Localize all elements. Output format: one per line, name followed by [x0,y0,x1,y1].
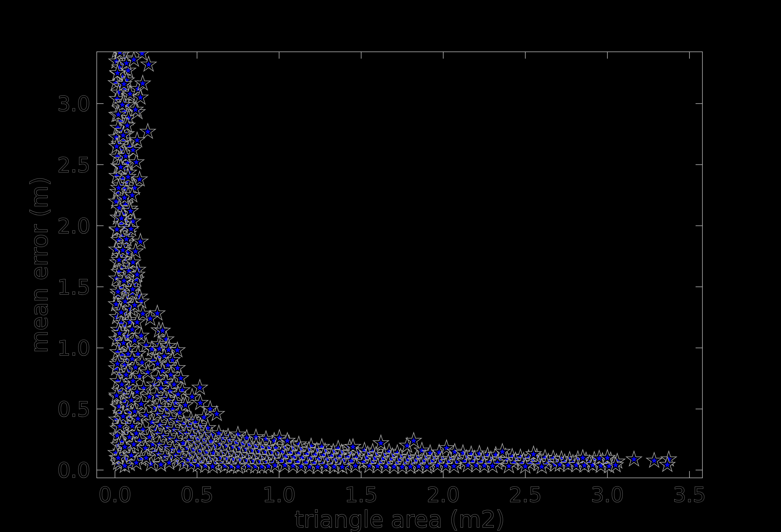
x-tick-label: 1.0 [263,483,296,507]
y-tick-label: 0.0 [57,458,90,482]
y-tick-label: 1.5 [57,275,90,299]
y-tick-label: 1.0 [57,336,90,360]
y-tick-label: 0.5 [57,397,90,421]
x-tick-label: 1.5 [345,483,378,507]
x-tick-label: 2.0 [427,483,460,507]
y-tick-label: 2.0 [57,214,90,238]
x-tick-label: 2.5 [509,483,542,507]
x-axis-label: triangle area (m2) [294,506,505,532]
x-tick-label: 0.5 [180,483,214,507]
scatter-plot: 0.00.51.01.52.02.53.03.50.00.51.01.52.02… [0,0,781,532]
y-tick-label: 2.5 [57,153,90,177]
x-tick-label: 3.5 [673,483,706,507]
x-tick-label: 3.0 [591,483,624,507]
x-tick-label: 0.0 [98,483,131,507]
axes-border [97,52,702,478]
y-tick-label: 3.0 [57,92,90,116]
data-points-layer [111,46,674,471]
ticks-layer [97,52,702,478]
figure: 0.00.51.01.52.02.53.03.50.00.51.01.52.02… [0,0,781,532]
y-axis-label: mean error (m) [26,177,53,353]
